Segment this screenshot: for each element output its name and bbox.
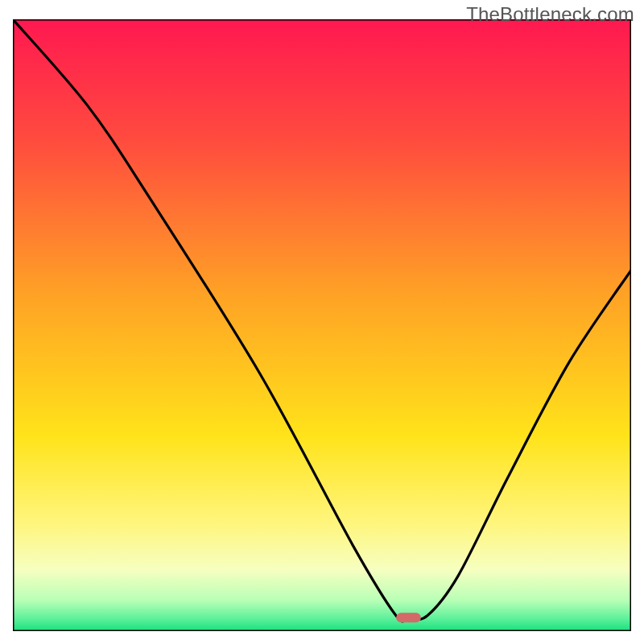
- chart-container: TheBottleneck.com: [0, 0, 644, 644]
- bottleneck-chart: [13, 19, 631, 631]
- watermark-text: TheBottleneck.com: [466, 3, 634, 26]
- gradient-background: [13, 19, 631, 631]
- plot-area: [13, 19, 631, 631]
- sweet-spot-marker: [396, 613, 421, 622]
